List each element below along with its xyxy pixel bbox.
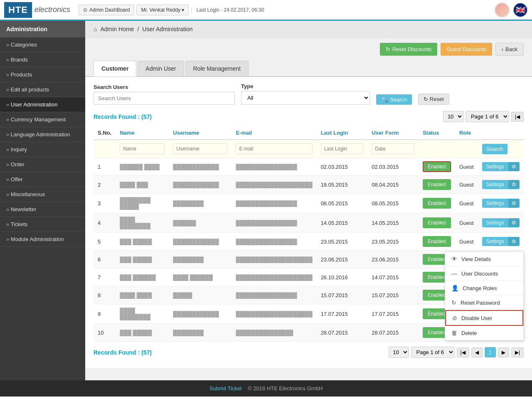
tab-customer[interactable]: Customer [94, 61, 136, 76]
main-content: ⌂ Admin Home / User Administration ↻ Res… [85, 21, 532, 380]
page-info-select-top[interactable]: Page 1 of 6 [466, 111, 509, 122]
settings-button[interactable]: Settings [482, 218, 508, 227]
guest-discounts-button[interactable]: Guest Discounts [441, 43, 492, 56]
settings-button[interactable]: Settings [482, 180, 508, 189]
settings-button[interactable]: Settings [482, 237, 508, 246]
table-search-button[interactable]: Search [482, 144, 507, 154]
sidebar-item-tickets[interactable]: Tickets [0, 217, 85, 232]
cell-role: Guest [455, 213, 478, 233]
reset-discounts-label: Reset Discounts [392, 46, 432, 52]
cell-name: ████ ████████ [116, 304, 169, 324]
prev-btn-bottom[interactable]: ◀ [471, 347, 483, 357]
context-menu: 👁 View Details — User Discounts 👤 Change… [445, 251, 524, 340]
refresh-icon: ↻ [386, 46, 390, 52]
cell-last-login: 17.07.2015 [317, 304, 368, 324]
col-last-login: Last Login [317, 126, 368, 140]
header-separator: | [191, 7, 192, 13]
next-btn-bottom[interactable]: ▶ [498, 347, 509, 357]
cell-sno: 9 [94, 304, 116, 324]
language-flag[interactable]: 🇬🇧 [513, 2, 528, 17]
reset-discounts-button[interactable]: ↻ Reset Discounts [380, 43, 438, 56]
page-1-btn[interactable]: 1 [485, 347, 496, 357]
filter-username-input[interactable] [173, 143, 227, 154]
sidebar-item-products[interactable]: Products [0, 67, 85, 82]
last-btn-bottom[interactable]: ▶| [511, 347, 524, 357]
type-select[interactable]: All [241, 91, 370, 105]
page-info-select-bottom[interactable]: Page 1 of 6 [411, 347, 455, 358]
menu-item-change-roles[interactable]: 👤 Change Roles [445, 281, 523, 296]
menu-item-view-details[interactable]: 👁 View Details [445, 252, 523, 266]
search-icon: 🔍 [381, 96, 388, 103]
cell-sno: 2 [94, 176, 116, 194]
settings-group: Settings ⚙ [482, 237, 520, 246]
page-size-select-bottom[interactable]: 10 [389, 347, 409, 358]
submit-ticket-link[interactable]: Submit Ticket [209, 385, 242, 392]
settings-gear-button[interactable]: ⚙ [508, 162, 520, 171]
reset-icon: ↻ [424, 96, 428, 102]
sidebar-item-brands[interactable]: Brands [0, 52, 85, 67]
user-dropdown[interactable]: Mr. Venkat Reddy ▾ [136, 5, 189, 15]
sidebar: Administration Categories Brands Product… [0, 21, 85, 380]
menu-item-user-discounts[interactable]: — User Discounts [445, 266, 523, 281]
first-page-btn-top[interactable]: |◀ [511, 112, 524, 122]
settings-gear-button[interactable]: ⚙ [508, 180, 520, 189]
admin-dashboard-btn[interactable]: ⊙ Admin DashBoard [79, 5, 134, 15]
cell-last-login: 15.07.2015 [317, 286, 368, 304]
cell-actions: Settings ⚙ [478, 194, 524, 213]
filter-name-input[interactable] [120, 143, 165, 154]
page-size-select-top[interactable]: 10 [443, 111, 463, 122]
menu-item-disable-user[interactable]: ⊘ Disable User [445, 310, 523, 326]
table-row: 1 ██████ ████ ████████████ █████████████… [94, 158, 524, 176]
tabs: Customer Admin User Role Management [85, 61, 532, 76]
search-users-input[interactable] [94, 92, 235, 105]
search-button[interactable]: 🔍 Search [376, 94, 412, 105]
reset-button[interactable]: ↻ Reset [418, 94, 449, 105]
status-badge: Enabled [423, 179, 451, 190]
first-btn-bottom[interactable]: |◀ [457, 347, 469, 357]
sidebar-item-offer[interactable]: Offer [0, 172, 85, 187]
cell-last-login: 02.03.2015 [317, 158, 368, 176]
header-right: 🇬🇧 [495, 2, 528, 17]
sidebar-item-inquiry[interactable]: Inquiry [0, 142, 85, 157]
cell-actions: Settings ⚙ [478, 233, 524, 251]
back-button[interactable]: ‹ Back [495, 43, 524, 56]
status-badge: Enabled [423, 236, 451, 247]
header-nav: ⊙ Admin DashBoard Mr. Venkat Reddy ▾ | L… [79, 5, 264, 15]
breadcrumb: ⌂ Admin Home / User Administration [85, 21, 532, 38]
menu-item-delete[interactable]: 🗑 Delete [445, 326, 523, 340]
cell-status: Enabled [419, 213, 455, 233]
sidebar-item-edit-all-products[interactable]: Edit all products [0, 82, 85, 97]
settings-gear-button[interactable]: ⚙ [508, 199, 520, 208]
avatar[interactable] [495, 2, 510, 17]
filter-email-cell [232, 140, 316, 158]
sidebar-item-newsletter[interactable]: Newsletter [0, 202, 85, 217]
records-bar-top: Records Found : (57) 10 Page 1 of 6 |◀ [94, 111, 524, 122]
col-name: Name [116, 126, 169, 140]
cell-email: ████████████████████ [232, 304, 316, 324]
settings-button[interactable]: Settings [482, 162, 508, 171]
settings-button[interactable]: Settings [482, 199, 508, 208]
filter-lastlogin-input[interactable] [321, 143, 364, 154]
filter-email-input[interactable] [236, 143, 312, 154]
sidebar-item-miscellaneous[interactable]: Miscellaneous [0, 187, 85, 202]
cell-role: Guest [455, 176, 478, 194]
sidebar-item-currency-management[interactable]: Currency Management [0, 112, 85, 127]
breadcrumb-home[interactable]: Admin Home [100, 26, 134, 32]
tab-admin-user[interactable]: Admin User [138, 61, 184, 76]
cell-username: ████ ██████ [169, 268, 232, 286]
sidebar-item-order[interactable]: Order [0, 157, 85, 172]
tab-role-management[interactable]: Role Management [185, 61, 249, 76]
filter-date-input[interactable] [372, 143, 414, 154]
sidebar-item-module-administration[interactable]: Module Administration [0, 232, 85, 247]
settings-group: Settings ⚙ [482, 218, 520, 227]
sidebar-item-user-administration[interactable]: User Administration [0, 97, 85, 112]
sidebar-item-language-administration[interactable]: Language Administration [0, 127, 85, 142]
admin-dashboard-label: Admin DashBoard [89, 7, 130, 13]
cell-last-login: 23.06.2015 [317, 251, 368, 268]
menu-item-reset-password[interactable]: ↻ Reset Password [445, 296, 523, 310]
cell-name: ██████ ████ [116, 158, 169, 176]
sidebar-item-categories[interactable]: Categories [0, 37, 85, 52]
settings-gear-button[interactable]: ⚙ [508, 218, 520, 227]
settings-gear-button[interactable]: ⚙ [508, 237, 520, 246]
logo: HTE electronics [4, 2, 70, 18]
